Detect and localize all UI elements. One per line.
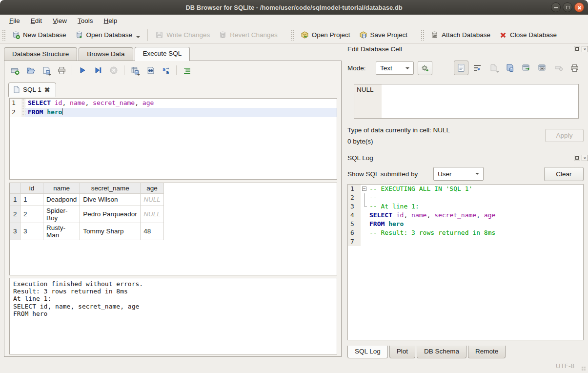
- menu-edit[interactable]: Edit: [25, 16, 47, 25]
- tab-database-structure[interactable]: Database Structure: [4, 47, 77, 61]
- execution-message-area: Execution finished without errors. Resul…: [9, 278, 337, 354]
- cell-secret-name[interactable]: Pedro Parqueador: [80, 206, 141, 223]
- mode-select[interactable]: Text: [376, 62, 414, 75]
- print-cell-button[interactable]: [568, 62, 580, 74]
- close-dock-button[interactable]: ×: [582, 155, 588, 161]
- cell-name[interactable]: Spider-Boy: [43, 206, 80, 223]
- column-header-id[interactable]: id: [20, 183, 43, 193]
- open-database-icon: [75, 31, 83, 39]
- menu-view[interactable]: View: [47, 16, 72, 25]
- execute-current-line-button[interactable]: [92, 64, 104, 77]
- encoding-indicator[interactable]: UTF-8: [556, 362, 574, 370]
- new-sql-tab-button[interactable]: [8, 64, 21, 77]
- stop-icon: [109, 66, 118, 75]
- float-dock-button[interactable]: [574, 155, 580, 161]
- close-icon: ×: [584, 156, 586, 161]
- clear-log-button[interactable]: Clear: [544, 167, 584, 181]
- open-in-external-button[interactable]: [520, 62, 532, 74]
- replace-button[interactable]: aa: [160, 64, 172, 77]
- menu-help[interactable]: Help: [99, 16, 123, 25]
- find-button[interactable]: [144, 64, 157, 77]
- word-wrap-button[interactable]: [471, 62, 483, 74]
- column-header-secret-name[interactable]: secret_name: [80, 183, 141, 193]
- cell-name[interactable]: Rusty-Man: [43, 223, 80, 240]
- print-sql-button[interactable]: [55, 64, 68, 77]
- cell-id[interactable]: 3: [20, 223, 43, 240]
- dock-tab-sql-log[interactable]: SQL Log: [347, 346, 388, 358]
- menu-file[interactable]: File: [4, 16, 25, 25]
- toolbar-grip-2[interactable]: [291, 30, 294, 41]
- chevron-down-icon: [475, 173, 479, 175]
- row-header[interactable]: 2: [10, 206, 20, 223]
- open-project-icon: [301, 31, 309, 39]
- toolbar-grip-3[interactable]: [421, 30, 424, 41]
- row-header[interactable]: 1: [10, 193, 20, 206]
- main-tab-bar: Database Structure Browse Data Execute S…: [4, 47, 191, 61]
- cell-value-editor[interactable]: NULL: [354, 84, 579, 119]
- open-database-dropdown-icon[interactable]: [136, 36, 140, 38]
- edit-cell-dock-title: Edit Database Cell: [347, 45, 402, 53]
- format-sql-button[interactable]: [181, 64, 193, 77]
- close-button[interactable]: [574, 2, 584, 12]
- tab-browse-data[interactable]: Browse Data: [79, 47, 133, 61]
- execute-all-button[interactable]: [76, 64, 89, 77]
- cell-edit-area[interactable]: [382, 84, 578, 118]
- save-sql-dropdown-icon[interactable]: [48, 74, 51, 76]
- open-sql-file-button[interactable]: [24, 64, 37, 77]
- fold-marker-icon[interactable]: −: [362, 186, 366, 191]
- export-cell-data-button[interactable]: [504, 62, 516, 74]
- save-results-dropdown-icon[interactable]: [137, 74, 140, 76]
- save-sql-file-button[interactable]: [40, 64, 52, 77]
- cell-secret-name[interactable]: Tommy Sharp: [80, 223, 141, 240]
- save-project-label: Save Project: [370, 31, 408, 39]
- cell-secret-name[interactable]: Dive Wilson: [80, 193, 141, 206]
- cell-name[interactable]: Deadpond: [43, 193, 80, 206]
- attach-database-button[interactable]: Attach Database: [426, 28, 495, 41]
- open-project-button[interactable]: Open Project: [296, 28, 355, 41]
- maximize-icon: [566, 6, 569, 9]
- dock-tab-remote[interactable]: Remote: [468, 346, 506, 358]
- resize-grip[interactable]: [581, 366, 586, 371]
- table-row[interactable]: 2 2 Spider-Boy Pedro Parqueador NULL: [10, 206, 164, 223]
- table-row[interactable]: 3 3 Rusty-Man Tommy Sharp 48: [10, 223, 164, 240]
- menu-tools[interactable]: Tools: [72, 16, 99, 25]
- minimize-button[interactable]: [551, 2, 561, 12]
- table-row[interactable]: 1 1 Deadpond Dive Wilson NULL: [10, 193, 164, 206]
- cell-age[interactable]: 48: [141, 223, 164, 240]
- log-line-2: 2 --: [348, 193, 583, 202]
- submitted-by-select[interactable]: User: [433, 167, 484, 181]
- row-header[interactable]: 3: [10, 223, 20, 240]
- open-external-icon: [522, 63, 531, 72]
- dock-tab-db-schema[interactable]: DB Schema: [417, 346, 466, 358]
- cell-id[interactable]: 1: [20, 193, 43, 206]
- toolbar-grip[interactable]: [2, 30, 5, 41]
- revert-changes-button: Revert Changes: [214, 28, 282, 41]
- float-dock-button[interactable]: [574, 46, 580, 52]
- sql-log-view[interactable]: 1 − -- EXECUTING ALL IN 'SQL 1' 2 -- 3 -…: [347, 184, 584, 340]
- apply-auto-button[interactable]: [418, 61, 432, 75]
- sql-log-dock-buttons: ×: [574, 155, 588, 161]
- column-header-age[interactable]: age: [141, 183, 164, 193]
- save-results-button[interactable]: [128, 64, 141, 77]
- close-database-button[interactable]: Close Database: [495, 29, 561, 41]
- column-header-name[interactable]: name: [43, 183, 80, 193]
- dock-tab-plot[interactable]: Plot: [389, 346, 415, 358]
- apply-button: Apply: [545, 129, 584, 142]
- text-mode-button[interactable]: [454, 61, 468, 75]
- cell-id[interactable]: 2: [20, 206, 43, 223]
- cell-age[interactable]: NULL: [141, 206, 164, 223]
- maximize-button[interactable]: [563, 2, 572, 12]
- save-project-button[interactable]: Save Project: [355, 28, 412, 41]
- sql-editor[interactable]: 1 SELECT id, name, secret_name, age 2 FR…: [9, 98, 337, 180]
- copy-link-button[interactable]: [536, 62, 548, 74]
- sql-tab-close-icon[interactable]: ✖: [44, 87, 50, 92]
- open-database-button[interactable]: Open Database: [71, 28, 145, 41]
- close-dock-button[interactable]: ×: [582, 46, 588, 52]
- replace-text-icon: aa: [162, 66, 171, 75]
- cell-age[interactable]: NULL: [141, 193, 164, 206]
- play-icon: [78, 66, 87, 75]
- new-database-button[interactable]: New Database: [7, 28, 71, 41]
- tab-execute-sql[interactable]: Execute SQL: [135, 47, 190, 61]
- corner-header[interactable]: [10, 183, 20, 193]
- sql-file-tab[interactable]: SQL 1 ✖: [8, 83, 56, 97]
